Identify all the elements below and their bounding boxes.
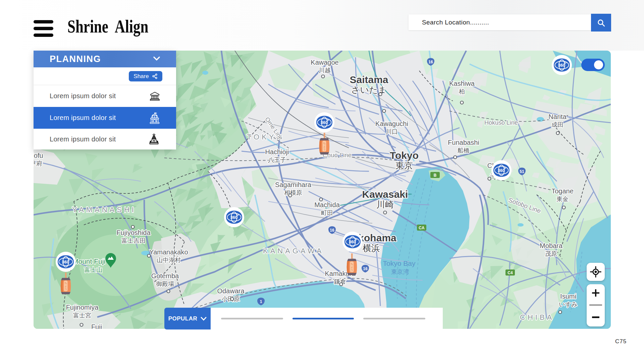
svg-text:ょ: ょ [323,145,326,148]
svg-text:Kawagoe: Kawagoe [311,59,338,66]
svg-text:東京: 東京 [395,161,413,171]
svg-text:ち: ち [323,142,326,145]
svg-text:Mobara: Mobara [540,242,563,249]
svg-text:KANAGAWA: KANAGAWA [263,247,324,255]
svg-text:Hachioji: Hachioji [265,148,289,156]
svg-text:Narita: Narita [548,113,567,120]
svg-text:ょ: ょ [351,265,353,268]
svg-text:Hokuso Line: Hokuso Line [484,119,518,126]
svg-text:Yamanakako: Yamanakako [149,248,188,256]
svg-text:Togane: Togane [551,187,574,195]
svg-text:船橋: 船橋 [458,147,470,154]
svg-text:Machida: Machida [314,201,340,208]
svg-text:51: 51 [520,169,524,174]
svg-text:山中湖村: 山中湖村 [157,257,181,263]
svg-text:16: 16 [363,266,368,271]
svg-text:川口: 川口 [386,128,398,135]
svg-text:う: う [351,268,353,272]
svg-text:ょ: ょ [64,285,67,288]
svg-text:360: 360 [321,120,328,125]
svg-text:柏: 柏 [459,88,465,95]
svg-text:富士宮: 富士宮 [73,312,91,319]
svg-text:川越: 川越 [319,67,331,74]
svg-text:横浜: 横浜 [363,243,380,253]
svg-text:CHIBA: CHIBA [520,313,554,321]
svg-text:360: 360 [498,168,505,173]
svg-text:Kawasaki: Kawasaki [362,189,408,200]
svg-text:Fujiyoshida: Fujiyoshida [116,229,151,236]
svg-text:Fuji: Fuji [91,323,102,329]
svg-text:360: 360 [230,215,237,220]
svg-text:ち: ち [351,262,353,265]
svg-text:Isumi: Isumi [560,293,576,300]
svg-text:川崎: 川崎 [376,199,394,209]
svg-text:Saitama: Saitama [350,74,388,85]
svg-text:Tokyo: Tokyo [390,150,419,161]
svg-text:Fujinomiya: Fujinomiya [66,304,99,311]
svg-text:Gotemba: Gotemba [151,272,179,280]
svg-text:茂原: 茂原 [545,250,557,257]
svg-text:360: 360 [558,63,565,68]
svg-text:YAMANASHI: YAMANASHI [72,205,136,214]
svg-text:16: 16 [330,228,334,233]
svg-text:Mount Fuji: Mount Fuji [72,257,105,265]
svg-text:360: 360 [62,260,69,264]
svg-text:Kashiwa: Kashiwa [449,80,475,87]
svg-text:Funabashi: Funabashi [448,139,479,146]
svg-text:16: 16 [428,60,433,64]
svg-text:成田: 成田 [551,121,564,128]
svg-text:いすみ: いすみ [559,301,577,308]
svg-text:Tokyo Bay: Tokyo Bay [383,259,416,267]
svg-text:う: う [64,288,67,291]
svg-text:八王子: 八王子 [268,157,286,163]
svg-text:う: う [323,148,326,151]
svg-text:360: 360 [349,240,356,244]
svg-text:東京湾: 東京湾 [391,268,409,275]
svg-text:Kofu: Kofu [34,152,43,159]
svg-text:富士山: 富士山 [84,266,102,273]
svg-text:Sagamihara: Sagamihara [275,181,312,188]
svg-text:町田: 町田 [321,209,333,216]
svg-text:B: B [434,173,437,178]
svg-text:Odawara: Odawara [217,287,245,295]
svg-text:相模原: 相模原 [284,189,302,196]
svg-text:C4: C4 [507,270,513,275]
svg-text:ち: ち [64,282,67,285]
svg-text:御殿場: 御殿場 [156,281,174,287]
svg-text:Kawaguchi: Kawaguchi [375,120,408,127]
svg-text:CA: CA [419,226,425,230]
svg-text:甲府: 甲府 [34,160,42,167]
svg-text:富士吉田: 富士吉田 [121,237,146,244]
svg-text:1: 1 [260,299,262,304]
svg-text:東金: 東金 [556,196,569,202]
